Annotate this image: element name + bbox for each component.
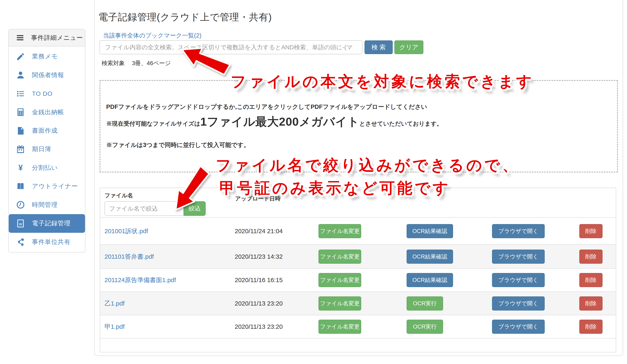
svg-text:w: w xyxy=(19,222,22,226)
delete-button[interactable]: 削除 xyxy=(579,273,603,287)
annotation-search-note: ファイルの本文を対象に検索できます xyxy=(231,71,534,92)
dropzone-size-note: ※現在受付可能なファイルサイズは 1ファイル最大200メガバイト とさせていただ… xyxy=(106,114,442,130)
rename-button[interactable]: ファイル名変更 xyxy=(318,250,361,264)
sidebar-item-kankeisha-joho[interactable]: 関係者情報 xyxy=(9,66,85,84)
table-row: 201101答弁書.pdf 2020/11/23 14:32 ファイル名変更 O… xyxy=(100,245,616,269)
yen-icon: ¥ xyxy=(16,163,25,172)
sidebar-item-denshi-kiroku-kanri[interactable]: w 電子記録管理 xyxy=(9,214,85,233)
list-icon xyxy=(16,89,25,99)
sidebar-menu: 業務メモ 関係者情報 TO DO 金銭出納帳 書面作成 期日簿 ¥ 分割払い ア… xyxy=(9,47,85,252)
delete-button[interactable]: 削除 xyxy=(579,320,603,334)
bookmark-list-link[interactable]: 当該事件全体のブックマーク一覧(2) xyxy=(103,32,202,40)
sidebar-item-label: 分割払い xyxy=(32,163,58,172)
sidebar-item-outliner[interactable]: アウトライナー xyxy=(9,177,85,196)
user-icon xyxy=(16,70,25,80)
sidebar-item-label: 書面作成 xyxy=(32,126,58,135)
ocr-run-button[interactable]: OCR実行 xyxy=(407,320,443,334)
sidebar-item-label: TO DO xyxy=(32,90,52,97)
table-row: 乙1.pdf 2020/11/13 23:20 ファイル名変更 OCR実行 ブラ… xyxy=(100,292,616,315)
sidebar-title: 事件詳細メニュー xyxy=(31,34,83,42)
sidebar-item-label: アウトライナー xyxy=(32,182,78,191)
file-table-body: 201001訴状.pdf 2020/11/24 21:04 ファイル名変更 OC… xyxy=(100,218,616,339)
file-link[interactable]: 201124原告準備書面1.pdf xyxy=(104,276,176,284)
upload-date: 2020/11/23 14:32 xyxy=(235,253,283,260)
sidebar-item-label: 事件単位共有 xyxy=(32,238,70,246)
rename-button[interactable]: ファイル名変更 xyxy=(318,224,361,238)
size-note-prefix: ※現在受付可能なファイルサイズは xyxy=(106,120,200,128)
file-link[interactable]: 201001訴状.pdf xyxy=(104,227,148,235)
sidebar-item-todo[interactable]: TO DO xyxy=(9,84,85,103)
calculator-icon xyxy=(16,107,25,117)
sidebar-item-label: 期日簿 xyxy=(32,145,51,154)
file-link[interactable]: 201101答弁書.pdf xyxy=(104,252,154,261)
ocr-result-button[interactable]: OCR結果確認 xyxy=(407,250,453,264)
search-target-value: 3冊、46ページ xyxy=(132,59,171,67)
search-target-label: 検索対象 xyxy=(102,59,125,67)
ocr-result-button[interactable]: OCR結果確認 xyxy=(407,224,453,238)
sidebar-item-shomen-sakusei[interactable]: 書面作成 xyxy=(9,121,85,140)
dropzone-parallel-note: ※ファイルは3つまで同時に並行して投入可能です。 xyxy=(106,141,250,149)
book-icon xyxy=(16,182,25,191)
open-in-browser-button[interactable]: ブラウザで開く xyxy=(492,224,545,238)
sidebar-item-label: 電子記録管理 xyxy=(32,219,70,228)
size-note-suffix: とさせていただいております。 xyxy=(359,120,442,128)
ocr-run-button[interactable]: OCR実行 xyxy=(407,296,443,311)
sidebar-item-label: 関係者情報 xyxy=(32,71,64,79)
ocr-result-button[interactable]: OCR結果確認 xyxy=(407,273,453,287)
delete-button[interactable]: 削除 xyxy=(579,250,603,264)
upload-date: 2020/11/13 23:20 xyxy=(235,300,283,307)
rename-button[interactable]: ファイル名変更 xyxy=(318,320,361,334)
dropzone-instruction: PDFファイルをドラッグアンドドロップするか,このエリアをクリックしてPDFファ… xyxy=(106,103,427,111)
sidebar-item-kinsen-suitocho[interactable]: 金銭出納帳 xyxy=(9,103,85,121)
annotation-filter-note-line1: ファイル名で絞り込みができるので、 xyxy=(216,155,520,176)
rename-button[interactable]: ファイル名変更 xyxy=(318,296,361,311)
sidebar-item-label: 業務メモ xyxy=(32,52,58,61)
clock-icon xyxy=(16,200,25,209)
sidebar-item-jiken-tani-kyoyu[interactable]: 事件単位共有 xyxy=(9,233,85,251)
table-row: 201124原告準備書面1.pdf 2020/11/16 16:15 ファイル名… xyxy=(100,269,616,292)
page-title: 電子記録管理(クラウド上で管理・共有) xyxy=(98,11,272,24)
size-note-limit: 1ファイル最大200メガバイト xyxy=(200,114,359,130)
annotation-arrow-filter xyxy=(164,177,218,219)
open-in-browser-button[interactable]: ブラウザで開く xyxy=(492,273,545,287)
sidebar-item-bunkatsu-barai[interactable]: ¥ 分割払い xyxy=(9,158,85,177)
share-icon xyxy=(16,237,25,247)
upload-date: 2020/11/13 23:20 xyxy=(235,323,283,330)
clear-button[interactable]: クリア xyxy=(394,40,423,54)
sidebar-item-gyomu-memo[interactable]: 業務メモ xyxy=(9,47,85,66)
table-row: 201001訴状.pdf 2020/11/24 21:04 ファイル名変更 OC… xyxy=(100,218,616,245)
pencil-icon xyxy=(16,52,25,61)
file-link[interactable]: 乙1.pdf xyxy=(104,299,125,308)
sidebar-item-jikan-kanri[interactable]: 時間管理 xyxy=(9,196,85,214)
search-target-summary: 検索対象 3冊、46ページ xyxy=(102,59,171,67)
file-link[interactable]: 甲1.pdf xyxy=(104,322,125,331)
open-in-browser-button[interactable]: ブラウザで開く xyxy=(492,296,545,311)
sidebar-item-kijitsubo[interactable]: 期日簿 xyxy=(9,140,85,158)
sidebar-item-label: 金銭出納帳 xyxy=(32,108,64,116)
delete-button[interactable]: 削除 xyxy=(579,224,603,238)
word-file-icon: w xyxy=(16,219,25,228)
open-in-browser-button[interactable]: ブラウザで開く xyxy=(492,250,545,264)
case-detail-sidebar: 事件詳細メニュー 業務メモ 関係者情報 TO DO 金銭出納帳 書面作成 期日簿… xyxy=(8,29,85,253)
hamburger-menu-icon[interactable] xyxy=(16,33,24,42)
table-row-empty xyxy=(100,339,616,351)
rename-button[interactable]: ファイル名変更 xyxy=(318,273,361,287)
open-in-browser-button[interactable]: ブラウザで開く xyxy=(492,320,545,334)
table-row: 甲1.pdf 2020/11/13 23:20 ファイル名変更 OCR実行 ブラ… xyxy=(100,315,616,339)
annotation-arrow-search xyxy=(178,48,234,85)
delete-button[interactable]: 削除 xyxy=(579,296,603,311)
sidebar-header[interactable]: 事件詳細メニュー xyxy=(9,29,85,47)
annotation-filter-note-line2: 甲号証のみ表示など可能です xyxy=(219,178,451,199)
document-icon xyxy=(16,126,25,136)
calendar-icon xyxy=(16,145,25,154)
upload-date: 2020/11/24 21:04 xyxy=(235,228,283,235)
upload-date: 2020/11/16 16:15 xyxy=(235,276,283,284)
column-header-filename: ファイル名 xyxy=(104,192,133,199)
sidebar-item-label: 時間管理 xyxy=(32,201,58,209)
search-button[interactable]: 検 索 xyxy=(365,40,393,54)
